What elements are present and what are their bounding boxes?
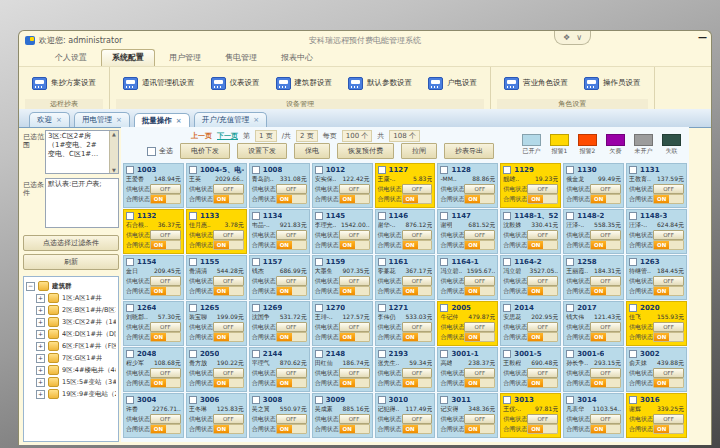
meter-checkbox[interactable]: [378, 304, 386, 312]
close-toggle[interactable]: ON: [339, 286, 370, 296]
supply-toggle[interactable]: OFF: [653, 230, 684, 240]
close-toggle[interactable]: ON: [213, 194, 244, 204]
close-toggle[interactable]: ON: [402, 286, 433, 296]
select-all-checkbox[interactable]: [147, 147, 156, 156]
scroll-up-icon[interactable]: ▲: [112, 131, 116, 138]
tab-close-icon[interactable]: ×: [56, 117, 62, 124]
supply-toggle[interactable]: OFF: [339, 184, 370, 194]
close-toggle[interactable]: ON: [590, 240, 621, 250]
supply-toggle[interactable]: OFF: [276, 276, 307, 286]
tree-root[interactable]: − 建筑群: [26, 280, 116, 292]
meter-checkbox[interactable]: [378, 258, 386, 266]
meter-checkbox[interactable]: [252, 304, 260, 312]
tree-item[interactable]: +3区:C区2#井（1#变电: [26, 316, 116, 328]
expand-plus-icon[interactable]: +: [36, 354, 45, 363]
supply-toggle[interactable]: OFF: [150, 414, 181, 424]
close-toggle[interactable]: ON: [213, 424, 244, 434]
close-toggle[interactable]: ON: [653, 424, 684, 434]
close-toggle[interactable]: ON: [590, 378, 621, 388]
supply-toggle[interactable]: OFF: [150, 322, 181, 332]
supply-toggle[interactable]: OFF: [464, 230, 495, 240]
meter-checkbox[interactable]: [189, 212, 197, 220]
expand-plus-icon[interactable]: +: [36, 366, 45, 375]
ribbon-button[interactable]: 营业角色设置: [501, 75, 571, 92]
supply-toggle[interactable]: OFF: [402, 230, 433, 240]
close-toggle[interactable]: ON: [276, 424, 307, 434]
close-toggle[interactable]: ON: [150, 332, 181, 342]
close-toggle[interactable]: ON: [402, 194, 433, 204]
close-toggle[interactable]: ON: [464, 332, 495, 342]
close-toggle[interactable]: ON: [527, 332, 558, 342]
meter-checkbox[interactable]: [503, 396, 511, 404]
close-toggle[interactable]: ON: [339, 424, 370, 434]
meter-checkbox[interactable]: [629, 212, 637, 220]
close-toggle[interactable]: ON: [276, 286, 307, 296]
supply-toggle[interactable]: OFF: [276, 414, 307, 424]
close-toggle[interactable]: ON: [339, 332, 370, 342]
close-toggle[interactable]: ON: [150, 286, 181, 296]
meter-checkbox[interactable]: [566, 166, 574, 174]
meter-checkbox[interactable]: [126, 350, 134, 358]
meter-checkbox[interactable]: [378, 212, 386, 220]
meter-checkbox[interactable]: [315, 396, 323, 404]
supply-toggle[interactable]: OFF: [213, 368, 244, 378]
close-toggle[interactable]: ON: [339, 240, 370, 250]
supply-toggle[interactable]: OFF: [464, 322, 495, 332]
toolbar-button[interactable]: 设置下发: [237, 143, 287, 159]
supply-toggle[interactable]: OFF: [402, 276, 433, 286]
meter-checkbox[interactable]: [503, 304, 511, 312]
meter-checkbox[interactable]: [252, 350, 260, 358]
meter-checkbox[interactable]: [189, 258, 197, 266]
supply-toggle[interactable]: OFF: [150, 368, 181, 378]
supply-toggle[interactable]: OFF: [653, 184, 684, 194]
supply-toggle[interactable]: OFF: [213, 322, 244, 332]
close-toggle[interactable]: ON: [527, 240, 558, 250]
close-toggle[interactable]: ON: [464, 424, 495, 434]
supply-toggle[interactable]: OFF: [339, 276, 370, 286]
close-toggle[interactable]: ON: [276, 240, 307, 250]
filter-select-button[interactable]: 点选选择过滤条件: [23, 235, 119, 251]
supply-toggle[interactable]: OFF: [653, 414, 684, 424]
tab-close-icon[interactable]: ×: [253, 117, 259, 124]
select-all[interactable]: 全选: [147, 146, 173, 156]
close-toggle[interactable]: ON: [527, 194, 558, 204]
expand-plus-icon[interactable]: +: [36, 342, 45, 351]
meter-checkbox[interactable]: [566, 304, 574, 312]
close-toggle[interactable]: ON: [402, 378, 433, 388]
supply-toggle[interactable]: OFF: [402, 322, 433, 332]
refresh-button[interactable]: 刷新: [23, 254, 119, 270]
supply-toggle[interactable]: OFF: [653, 322, 684, 332]
meter-checkbox[interactable]: [566, 396, 574, 404]
supply-toggle[interactable]: OFF: [339, 414, 370, 424]
close-toggle[interactable]: ON: [150, 194, 181, 204]
meter-checkbox[interactable]: [629, 258, 637, 266]
meter-checkbox[interactable]: [315, 166, 323, 174]
meter-checkbox[interactable]: [189, 396, 197, 404]
meter-checkbox[interactable]: [189, 166, 197, 174]
meter-checkbox[interactable]: [126, 212, 134, 220]
menu-item-4[interactable]: 售电管理: [215, 50, 267, 66]
toolbar-button[interactable]: 保电: [294, 143, 330, 159]
supply-toggle[interactable]: OFF: [276, 230, 307, 240]
close-toggle[interactable]: ON: [276, 194, 307, 204]
tab-3[interactable]: 批量操作×: [134, 113, 190, 128]
chevron-down-icon[interactable]: ∨: [576, 33, 582, 42]
tab-2[interactable]: 用电管理×: [74, 112, 130, 127]
supply-toggle[interactable]: OFF: [590, 414, 621, 424]
supply-toggle[interactable]: OFF: [527, 368, 558, 378]
close-toggle[interactable]: ON: [339, 378, 370, 388]
ribbon-button[interactable]: 通讯管理机设置: [120, 75, 198, 92]
supply-toggle[interactable]: OFF: [402, 368, 433, 378]
listbox-scrollbar[interactable]: ▲▼: [109, 131, 118, 173]
supply-toggle[interactable]: OFF: [339, 322, 370, 332]
skin-control[interactable]: ❖ ∨: [554, 31, 591, 45]
close-toggle[interactable]: ON: [464, 286, 495, 296]
close-toggle[interactable]: ON: [213, 378, 244, 388]
tree-item[interactable]: +2区:B区1#井/B区1#楼: [26, 304, 116, 316]
tree-item[interactable]: +1区:A区1#井: [26, 292, 116, 304]
toolbar-button[interactable]: 恢复预付费: [337, 143, 394, 159]
meter-checkbox[interactable]: [566, 212, 574, 220]
supply-toggle[interactable]: OFF: [276, 322, 307, 332]
supply-toggle[interactable]: OFF: [653, 276, 684, 286]
ribbon-button[interactable]: 户电设置: [425, 75, 480, 92]
